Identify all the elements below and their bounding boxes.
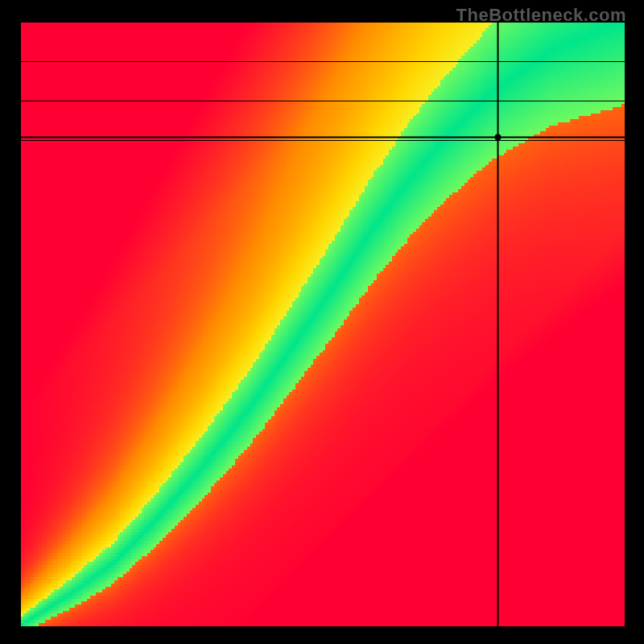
bottleneck-heatmap	[21, 23, 625, 626]
chart-frame: TheBottleneck.com	[0, 0, 644, 644]
